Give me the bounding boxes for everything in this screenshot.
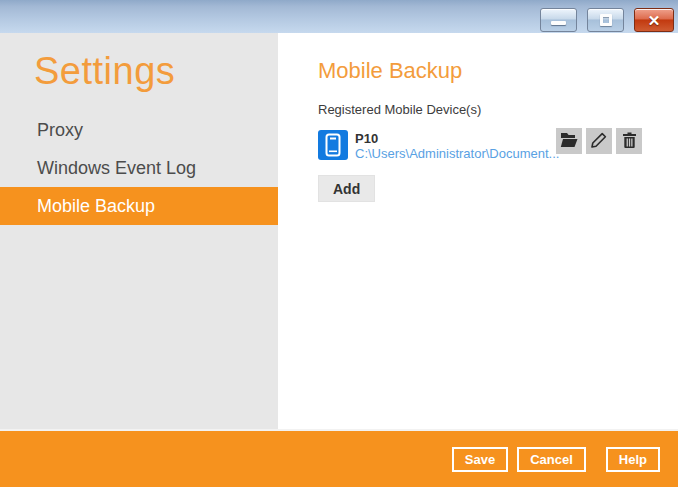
sidebar-item-proxy[interactable]: Proxy bbox=[0, 111, 278, 149]
mobile-backup-panel: Mobile Backup Registered Mobile Device(s… bbox=[278, 33, 678, 429]
delete-device-button[interactable] bbox=[616, 128, 642, 154]
minimize-button[interactable] bbox=[540, 8, 577, 32]
window-controls: ✕ bbox=[530, 8, 674, 32]
help-button[interactable]: Help bbox=[606, 447, 660, 472]
sidebar-item-mobile-backup[interactable]: Mobile Backup bbox=[0, 187, 278, 225]
registered-devices-label: Registered Mobile Device(s) bbox=[318, 102, 678, 117]
settings-sidebar: Settings Proxy Windows Event Log Mobile … bbox=[0, 33, 278, 429]
save-button[interactable]: Save bbox=[452, 447, 508, 472]
add-device-button[interactable]: Add bbox=[318, 175, 375, 202]
minimize-icon bbox=[551, 21, 566, 25]
device-info: P10 C:\Users\Administrator\Document... bbox=[355, 130, 559, 161]
close-icon: ✕ bbox=[648, 13, 661, 28]
maximize-button[interactable] bbox=[587, 8, 624, 32]
sidebar-nav: Proxy Windows Event Log Mobile Backup bbox=[0, 111, 278, 225]
sidebar-item-windows-event-log[interactable]: Windows Event Log bbox=[0, 149, 278, 187]
trash-icon bbox=[622, 132, 637, 151]
edit-device-button[interactable] bbox=[586, 128, 612, 154]
title-bar: ✕ bbox=[0, 0, 678, 33]
footer-bar: Save Cancel Help bbox=[0, 429, 678, 487]
pencil-icon bbox=[591, 132, 607, 151]
close-button[interactable]: ✕ bbox=[634, 8, 674, 32]
device-path-link[interactable]: C:\Users\Administrator\Document... bbox=[355, 146, 559, 161]
device-actions bbox=[552, 128, 642, 154]
smartphone-icon bbox=[318, 130, 348, 160]
device-name: P10 bbox=[355, 131, 559, 146]
sidebar-title: Settings bbox=[34, 50, 278, 93]
browse-folder-button[interactable] bbox=[556, 128, 582, 154]
maximize-icon bbox=[600, 14, 612, 26]
open-folder-icon bbox=[560, 132, 578, 151]
page-title: Mobile Backup bbox=[318, 58, 678, 84]
cancel-button[interactable]: Cancel bbox=[517, 447, 586, 472]
